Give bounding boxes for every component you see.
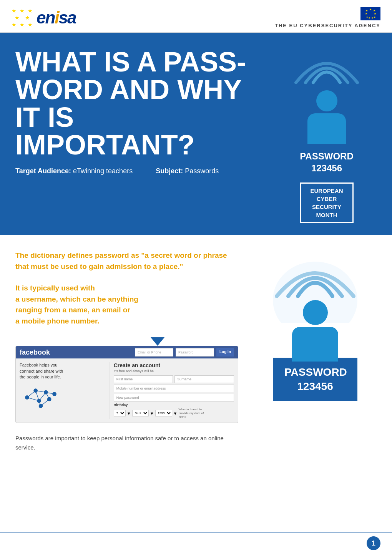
- fb-password-input[interactable]: Password: [176, 348, 214, 357]
- fb-create-title: Create an account: [114, 362, 234, 368]
- facebook-mockup: facebook Email or Phone Password Log In …: [15, 346, 238, 423]
- username-text: It is typically used with a username, wh…: [15, 283, 238, 327]
- fb-mobile[interactable]: Mobile number or email address: [114, 385, 234, 392]
- page-header: ★ ★ ★ ★ ★ ★ ★ ★ enisa ★ ★ ★: [0, 0, 392, 33]
- ecsm-badge: EUROPEAN CYBER SECURITY MONTH: [300, 182, 354, 223]
- fb-right-section: Create an account It's free and always w…: [110, 362, 234, 419]
- eu-flag: ★ ★ ★ ★ ★ ★ ★ ★ ★: [360, 7, 380, 20]
- svg-line-14: [41, 399, 49, 406]
- ecsm-label: EUROPEAN CYBER SECURITY MONTH: [306, 187, 347, 219]
- hero-title: WHAT IS A PASS- WORD AND WHY IT IS IMPOR…: [15, 48, 254, 159]
- fb-left-section: Facebook helps you connect and share wit…: [20, 362, 106, 419]
- fb-month-select[interactable]: Sept: [132, 410, 149, 416]
- fb-birthday-selects: 7 ▼ Sept ▼ 1993 ▼ Why do I need to provi…: [114, 408, 234, 419]
- fb-tagline: Facebook helps you connect and share wit…: [20, 362, 66, 380]
- logo-star: ★: [20, 8, 25, 14]
- fb-topbar: facebook Email or Phone Password Log In: [16, 346, 238, 358]
- password-badge: PASSWORD 123456: [288, 144, 365, 180]
- fb-fields: Email or Phone Password Log In: [135, 348, 234, 357]
- enisa-wordmark: enisa: [37, 9, 76, 26]
- fb-login-button[interactable]: Log In: [216, 348, 234, 357]
- person-figure-main: [292, 300, 338, 362]
- page-footer: 1: [0, 532, 392, 554]
- wifi-arcs-svg: [288, 36, 365, 98]
- fb-why-text: Why do I need to provide my date of birt…: [178, 408, 209, 419]
- down-arrow-container: [77, 337, 238, 346]
- person-figure-large: [307, 90, 346, 144]
- fb-birthday-label: Birthday: [114, 403, 234, 407]
- content-right: PASSWORD 123456: [254, 250, 377, 452]
- down-arrow-icon: [151, 337, 164, 346]
- eu-flag-star: ★: [373, 9, 375, 12]
- logo-star: ★: [28, 22, 33, 28]
- person-body-main: [292, 327, 338, 362]
- hero-title-line2: WORD AND WHY: [15, 76, 254, 103]
- dictionary-quote: The dictionary defines password as "a se…: [15, 250, 238, 272]
- fb-year-select[interactable]: 1993: [155, 410, 172, 416]
- logo-star: ★: [12, 22, 17, 28]
- logo-star: ★: [15, 15, 20, 21]
- person-head-main: [303, 300, 328, 325]
- svg-line-8: [36, 390, 39, 401]
- fb-create-sub: It's free and always will be.: [114, 369, 234, 373]
- logo-star: ★: [25, 15, 30, 21]
- eu-flag-star: ★: [365, 9, 368, 12]
- svg-line-10: [39, 392, 46, 401]
- hero-banner: WHAT IS A PASS- WORD AND WHY IT IS IMPOR…: [0, 33, 392, 235]
- hero-meta: Target Audience: eTwinning teachers Subj…: [15, 167, 277, 175]
- password-display-badge: PASSWORD 123456: [273, 358, 357, 401]
- hero-title-line1: WHAT IS A PASS-: [15, 48, 254, 76]
- person-wifi-illustration: [277, 36, 377, 144]
- hero-left: WHAT IS A PASS- WORD AND WHY IT IS IMPOR…: [15, 48, 277, 175]
- fb-new-password[interactable]: New password: [114, 394, 234, 401]
- hero-right: PASSWORD 123456 EUROPEAN CYBER SECURITY …: [277, 44, 377, 223]
- eu-flag-star: ★: [365, 12, 367, 15]
- fb-first-name[interactable]: First name: [114, 375, 173, 383]
- main-illustration: [265, 246, 365, 362]
- content-left: The dictionary defines password as "a se…: [15, 250, 238, 452]
- header-right: ★ ★ ★ ★ ★ ★ ★ ★ ★ THE EU CYBERSECURITY A…: [275, 7, 380, 28]
- page-number: 1: [367, 536, 380, 550]
- enisa-logo: ★ ★ ★ ★ ★ ★ ★ ★ enisa: [12, 8, 76, 28]
- fb-surname[interactable]: Surname: [174, 375, 234, 383]
- logo-star: ★: [28, 8, 33, 14]
- svg-line-15: [27, 397, 39, 401]
- hero-title-line3: IT IS IMPORTANT?: [15, 103, 254, 159]
- fb-name-row: First name Surname: [114, 375, 234, 385]
- content-area: The dictionary defines password as "a se…: [0, 235, 392, 468]
- person-body: [307, 113, 346, 144]
- eu-flag-star: ★: [366, 16, 368, 19]
- eu-flag-star: ★: [369, 8, 372, 11]
- subject: Subject: Passwords: [156, 167, 219, 175]
- svg-line-7: [27, 390, 35, 397]
- eu-flag-star: ★: [371, 17, 374, 20]
- agency-label: THE EU CYBERSECURITY AGENCY: [275, 23, 380, 28]
- fb-body: Facebook helps you connect and share wit…: [16, 358, 238, 423]
- important-text: Passwords are important to keep personal…: [15, 434, 238, 452]
- fb-logo: facebook: [20, 348, 50, 357]
- person-head: [316, 90, 337, 111]
- fb-day-select[interactable]: 7: [114, 410, 126, 416]
- logo-star: ★: [12, 8, 17, 14]
- fb-email-input[interactable]: Email or Phone: [135, 348, 173, 357]
- network-graph: [20, 380, 62, 411]
- eu-flag-star: ★: [374, 16, 376, 19]
- target-audience: Target Audience: eTwinning teachers: [15, 167, 133, 175]
- eu-flag-star: ★: [374, 12, 376, 15]
- eu-flag-star: ★: [368, 17, 370, 20]
- logo-star: ★: [20, 22, 25, 28]
